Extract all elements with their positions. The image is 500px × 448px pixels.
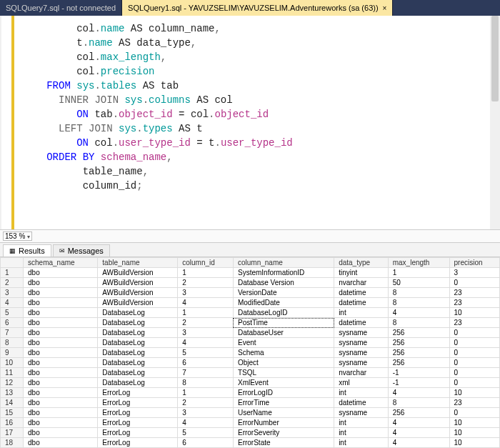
cell[interactable]: ErrorLog xyxy=(98,438,178,448)
cell[interactable]: dbo xyxy=(24,398,98,408)
cell[interactable]: Database Version xyxy=(233,278,334,288)
cell[interactable]: 0 xyxy=(449,368,499,378)
cell[interactable]: PostTime xyxy=(233,318,334,328)
cell[interactable]: 6 xyxy=(178,438,234,448)
cell[interactable]: DatabaseLog xyxy=(98,348,178,358)
cell[interactable]: 23 xyxy=(449,318,499,328)
table-row[interactable]: 12dboDatabaseLog8XmlEventxml-10 xyxy=(1,378,500,388)
cell[interactable]: DatabaseLog xyxy=(98,368,178,378)
table-row[interactable]: 13dboErrorLog1ErrorLogIDint410 xyxy=(1,388,500,398)
cell[interactable]: 0 xyxy=(449,348,499,358)
cell[interactable]: dbo xyxy=(24,328,98,338)
cell[interactable]: sysname xyxy=(334,338,389,348)
cell[interactable]: xml xyxy=(334,378,389,388)
row-number[interactable]: 12 xyxy=(1,378,24,388)
row-number[interactable]: 16 xyxy=(1,418,24,428)
cell[interactable]: Schema xyxy=(233,348,334,358)
row-number[interactable]: 11 xyxy=(1,368,24,378)
cell[interactable]: 256 xyxy=(388,328,449,338)
cell[interactable]: sysname xyxy=(334,408,389,418)
cell[interactable]: dbo xyxy=(24,288,98,298)
cell[interactable]: 3 xyxy=(178,408,234,418)
cell[interactable]: 23 xyxy=(449,298,499,308)
cell[interactable]: 256 xyxy=(388,408,449,418)
cell[interactable]: 4 xyxy=(388,428,449,438)
row-number[interactable]: 5 xyxy=(1,308,24,318)
cell[interactable]: 4 xyxy=(178,338,234,348)
cell[interactable]: dbo xyxy=(24,298,98,308)
cell[interactable]: 8 xyxy=(388,318,449,328)
table-row[interactable]: 9dboDatabaseLog5Schemasysname2560 xyxy=(1,348,500,358)
cell[interactable]: DatabaseLog xyxy=(98,308,178,318)
row-number[interactable]: 3 xyxy=(1,288,24,298)
column-header[interactable]: schema_name xyxy=(24,258,98,268)
cell[interactable]: 4 xyxy=(388,388,449,398)
cell[interactable]: 0 xyxy=(449,328,499,338)
results-grid[interactable]: schema_nametable_namecolumn_idcolumn_nam… xyxy=(0,257,500,448)
cell[interactable]: 2 xyxy=(178,318,234,328)
table-row[interactable]: 8dboDatabaseLog4Eventsysname2560 xyxy=(1,338,500,348)
column-header[interactable]: table_name xyxy=(98,258,178,268)
column-header[interactable]: max_length xyxy=(388,258,449,268)
cell[interactable]: 10 xyxy=(449,308,499,318)
cell[interactable]: SystemInformationID xyxy=(233,268,334,278)
cell[interactable]: DatabaseLog xyxy=(98,338,178,348)
sql-editor[interactable]: col.name AS column_name, t.name AS data_… xyxy=(0,16,500,230)
cell[interactable]: 23 xyxy=(449,288,499,298)
cell[interactable]: UserName xyxy=(233,408,334,418)
cell[interactable]: datetime xyxy=(334,298,389,308)
row-number[interactable]: 4 xyxy=(1,298,24,308)
row-number[interactable]: 13 xyxy=(1,388,24,398)
cell[interactable]: 0 xyxy=(449,408,499,418)
row-number[interactable]: 1 xyxy=(1,268,24,278)
cell[interactable]: dbo xyxy=(24,368,98,378)
editor-scrollbar[interactable] xyxy=(490,16,500,229)
cell[interactable]: dbo xyxy=(24,408,98,418)
cell[interactable]: dbo xyxy=(24,358,98,368)
cell[interactable]: DatabaseLog xyxy=(98,328,178,338)
cell[interactable]: Object xyxy=(233,358,334,368)
file-tab-inactive[interactable]: SQLQuery7.sql - not connected xyxy=(0,0,122,16)
cell[interactable]: DatabaseLogID xyxy=(233,308,334,318)
cell[interactable]: -1 xyxy=(388,368,449,378)
cell[interactable]: VersionDate xyxy=(233,288,334,298)
cell[interactable]: datetime xyxy=(334,288,389,298)
cell[interactable]: 10 xyxy=(449,418,499,428)
column-header[interactable]: column_name xyxy=(233,258,334,268)
cell[interactable]: 4 xyxy=(388,418,449,428)
cell[interactable]: DatabaseLog xyxy=(98,318,178,328)
cell[interactable]: dbo xyxy=(24,378,98,388)
table-row[interactable]: 14dboErrorLog2ErrorTimedatetime823 xyxy=(1,398,500,408)
column-header[interactable]: precision xyxy=(449,258,499,268)
cell[interactable]: 10 xyxy=(449,388,499,398)
zoom-select[interactable]: 153 % ▾ xyxy=(3,232,32,241)
cell[interactable]: 10 xyxy=(449,438,499,448)
cell[interactable]: 10 xyxy=(449,428,499,438)
cell[interactable]: dbo xyxy=(24,308,98,318)
cell[interactable]: 7 xyxy=(178,368,234,378)
results-table[interactable]: schema_nametable_namecolumn_idcolumn_nam… xyxy=(0,257,500,448)
cell[interactable]: 256 xyxy=(388,358,449,368)
table-row[interactable]: 3dboAWBuildVersion3VersionDatedatetime82… xyxy=(1,288,500,298)
row-number[interactable]: 9 xyxy=(1,348,24,358)
cell[interactable]: dbo xyxy=(24,388,98,398)
table-row[interactable]: 11dboDatabaseLog7TSQLnvarchar-10 xyxy=(1,368,500,378)
cell[interactable]: int xyxy=(334,418,389,428)
cell[interactable]: 0 xyxy=(449,378,499,388)
table-row[interactable]: 16dboErrorLog4ErrorNumberint410 xyxy=(1,418,500,428)
table-row[interactable]: 7dboDatabaseLog3DatabaseUsersysname2560 xyxy=(1,328,500,338)
cell[interactable]: dbo xyxy=(24,418,98,428)
row-number[interactable]: 6 xyxy=(1,318,24,328)
cell[interactable]: ErrorState xyxy=(233,438,334,448)
cell[interactable]: nvarchar xyxy=(334,278,389,288)
scroll-thumb[interactable] xyxy=(491,16,499,101)
cell[interactable]: ErrorTime xyxy=(233,398,334,408)
row-number[interactable]: 17 xyxy=(1,428,24,438)
cell[interactable]: 1 xyxy=(178,308,234,318)
cell[interactable]: DatabaseLog xyxy=(98,378,178,388)
cell[interactable]: nvarchar xyxy=(334,368,389,378)
cell[interactable]: sysname xyxy=(334,358,389,368)
row-number[interactable]: 2 xyxy=(1,278,24,288)
cell[interactable]: ErrorLog xyxy=(98,398,178,408)
table-row[interactable]: 17dboErrorLog5ErrorSeverityint410 xyxy=(1,428,500,438)
